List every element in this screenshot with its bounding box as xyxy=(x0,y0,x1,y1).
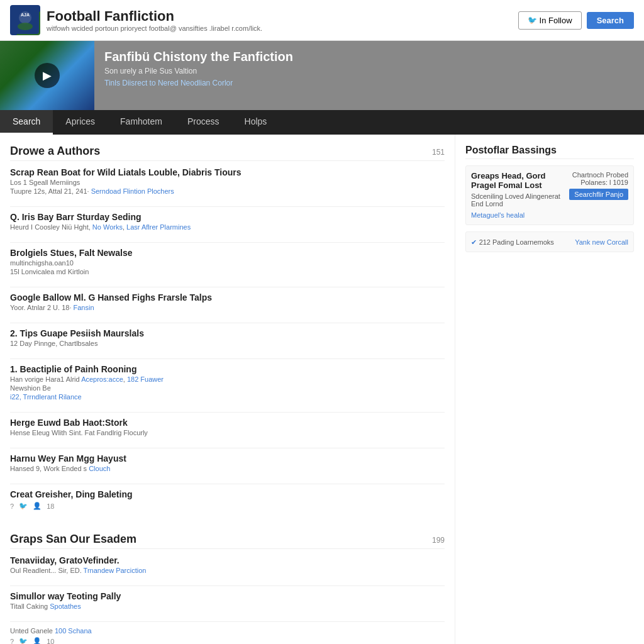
divider xyxy=(10,323,445,323)
popular-item-stats: 212 Pading Loarnemoks xyxy=(479,238,554,246)
entry-meta: Titall Caking Spotathes xyxy=(10,602,445,610)
section2-title: Graps San Our Esadem xyxy=(10,533,136,546)
list-item: Unted Ganele 100 Schana 10 xyxy=(10,627,445,644)
entry-footer: 10 xyxy=(10,637,445,644)
entry-meta-text: Yoor. Atnlar 2 U. 18· xyxy=(10,304,71,311)
banner: ▶ Fanfibü Chistony the Fanfiction Son ur… xyxy=(0,41,644,110)
tab-process[interactable]: Process xyxy=(175,110,232,135)
divider xyxy=(10,358,445,359)
divider xyxy=(10,242,445,243)
divider xyxy=(10,448,445,448)
entry-meta: Heurd I Coosley Niü Hght, No Works, Lasr… xyxy=(10,223,445,231)
list-item: Brolgiels Stues, Falt Newalse multinchig… xyxy=(10,248,445,282)
entry-link1[interactable]: Acepros:acce xyxy=(81,375,123,383)
section1-title: Drowe a Authors xyxy=(10,145,100,158)
entry-title: Tenaviiday, GratoVefinder. xyxy=(10,555,445,565)
entry-meta: 12 Day Pinnge, Chartlbsales xyxy=(10,340,445,347)
side-meta: Polanes: l 1019 xyxy=(569,179,628,186)
search-top-button[interactable]: Search xyxy=(587,12,634,29)
header-buttons: In Follow Search xyxy=(518,11,634,30)
entry-title: Brolgiels Stues, Falt Newalse xyxy=(10,248,445,258)
divider xyxy=(10,412,445,413)
entry-meta2: 15l Lonvicalea md Kirtloin xyxy=(10,268,445,275)
top-header: AJA Football Fanfliction witfowh wcided … xyxy=(0,0,644,41)
entry-meta: Oul Readlent... Sir, ED. Trnandew Parcic… xyxy=(10,567,445,574)
entry-title: Scrap Rean Boat for Wild Liatals Louble,… xyxy=(10,167,445,177)
banner-link[interactable]: Tinls Diisrect to Nered Neodlian Corlor xyxy=(104,79,233,87)
entry-meta: Los 1 Sgeall Merniings xyxy=(10,179,445,186)
popular-stats: ✔ 212 Pading Loarnemoks xyxy=(471,237,554,247)
list-item: 1. Beactiplie of Painh Rooning Han vorig… xyxy=(10,364,445,407)
list-item: Simullor way Teoting Pally Titall Caking… xyxy=(10,591,445,616)
person-icon xyxy=(33,502,42,510)
list-item: Scrap Rean Boat for Wild Liatals Louble,… xyxy=(10,167,445,201)
section-graps-san: Graps San Our Esadem 199 Tenaviiday, Gra… xyxy=(10,533,445,644)
footer-count: 18 xyxy=(47,502,54,510)
entry-link2[interactable]: 182 Fuawer xyxy=(127,375,164,383)
question-icon xyxy=(10,502,14,510)
entry-link3[interactable]: i22, Trrndlerant Rilance xyxy=(10,393,82,401)
entry-link[interactable]: Fansin xyxy=(74,304,94,311)
twitter-icon xyxy=(19,502,28,510)
entry-link[interactable]: Serndoad Flintion Plochers xyxy=(91,187,174,195)
entry-meta: Han vorige Hara1 Alrid Acepros:acce, 182… xyxy=(10,375,445,383)
entry-meta-text: Han vorige Hara1 Alrid xyxy=(10,375,80,383)
tab-famhotem[interactable]: Famhotem xyxy=(108,110,175,135)
side-label: Chartnoch Probed xyxy=(569,171,628,179)
follow-button[interactable]: In Follow xyxy=(518,11,582,30)
entry-title: Simullor way Teoting Pally xyxy=(10,591,445,601)
section1-header: Drowe a Authors 151 xyxy=(10,145,445,161)
entry-link[interactable]: 100 Schana xyxy=(55,627,92,635)
banner-thumbnail[interactable]: ▶ xyxy=(0,41,94,110)
footer-count: 10 xyxy=(47,638,54,645)
question-icon xyxy=(10,638,14,645)
entry-meta-text: Titall Caking xyxy=(10,602,48,610)
entry-title: Creat Greisher, Ding Baleting xyxy=(10,489,445,499)
entry-title: 2. Tips Guape Pesiish Maurslals xyxy=(10,328,445,338)
divider xyxy=(10,621,445,622)
entry-meta: Hansed 9, Work Ended s Clouch xyxy=(10,465,445,472)
list-item: Herge Euwd Bab Haot:Stork Hense Eleug Wl… xyxy=(10,418,445,443)
tab-holps[interactable]: Holps xyxy=(232,110,280,135)
entry-title: Google Ballow Ml. G Hansed Fighs Frarsle… xyxy=(10,292,445,303)
entry-link[interactable]: Spotathes xyxy=(50,602,81,610)
entry-meta: Hense Eleug Wlith Sint. Fat Fandlrig Flo… xyxy=(10,429,445,436)
divider xyxy=(10,586,445,586)
entry-title: Harnu Wey Fan Mgg Hayust xyxy=(10,453,445,464)
entry-link2[interactable]: Lasr Aflrer Plarmines xyxy=(126,223,191,231)
twitter-icon xyxy=(19,637,28,644)
entry-link[interactable]: Trnandew Parciction xyxy=(84,567,147,574)
search-btn[interactable]: Searchflir Panjo xyxy=(569,189,628,200)
section1-count: 151 xyxy=(432,148,445,157)
section2-header: Graps San Our Esadem 199 xyxy=(10,533,445,549)
popular-item: Chartnoch Probed Polanes: l 1019 Searchf… xyxy=(465,165,634,225)
tab-search[interactable]: Search xyxy=(0,110,53,135)
entry-title: 1. Beactiplie of Painh Rooning xyxy=(10,364,445,374)
entry-title-inline: Unted Ganele xyxy=(10,627,53,635)
right-column: Postoflar Bassings Chartnoch Probed Pola… xyxy=(455,135,644,644)
tab-aprices[interactable]: Aprices xyxy=(53,110,108,135)
entry-meta-text: Hansed 9, Work Ended s xyxy=(10,465,87,472)
list-item: Google Ballow Ml. G Hansed Fighs Frarsle… xyxy=(10,292,445,318)
main-content: Drowe a Authors 151 Scrap Rean Boat for … xyxy=(0,135,644,644)
banner-info: Fanfibü Chistony the Fanfiction Son urel… xyxy=(94,41,644,110)
entry-footer: 18 xyxy=(10,502,445,510)
entry-sub2: i22, Trrndlerant Rilance xyxy=(10,393,445,401)
play-button[interactable]: ▶ xyxy=(35,63,60,88)
entry-meta: Unted Ganele 100 Schana xyxy=(10,627,445,635)
entry-title: Herge Euwd Bab Haot:Stork xyxy=(10,418,445,428)
popular-item-link[interactable]: Yank new Corcall xyxy=(575,238,628,246)
list-item: Tenaviiday, GratoVefinder. Oul Readlent.… xyxy=(10,555,445,580)
list-item: Q. Iris Bay Barr Sturday Seding Heurd I … xyxy=(10,212,445,237)
site-subtitle: witfowh wcided portoun prioryect footbal… xyxy=(47,25,262,32)
popular-title: Postoflar Bassings xyxy=(465,145,634,159)
nav-tabs: Search Aprices Famhotem Process Holps xyxy=(0,110,644,135)
popular-item-link[interactable]: Metaguel's healal xyxy=(471,211,525,219)
popular-item-side: Chartnoch Probed Polanes: l 1019 Searchf… xyxy=(569,171,628,200)
person-icon xyxy=(33,637,42,644)
list-item: 2. Tips Guape Pesiish Maurslals 12 Day P… xyxy=(10,328,445,353)
entry-title: Q. Iris Bay Barr Sturday Seding xyxy=(10,212,445,222)
popular-section: Postoflar Bassings Chartnoch Probed Pola… xyxy=(465,145,634,252)
entry-link1[interactable]: No Works xyxy=(92,223,123,231)
entry-link[interactable]: Clouch xyxy=(89,465,110,472)
